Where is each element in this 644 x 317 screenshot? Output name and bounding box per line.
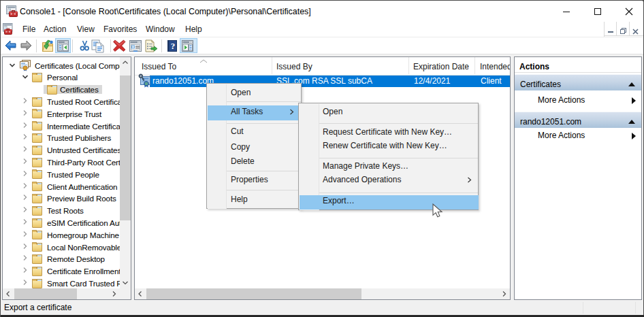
svg-text:?: ? (171, 41, 176, 51)
